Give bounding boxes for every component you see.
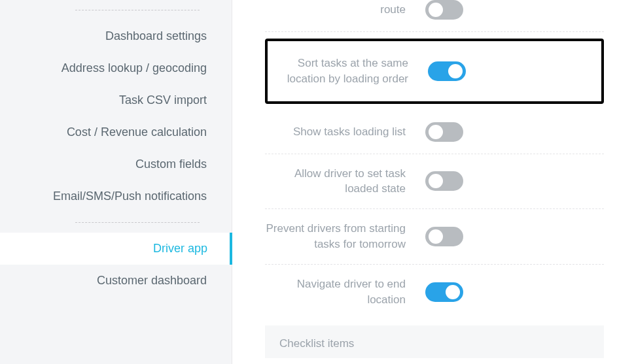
sidebar-item-label: Driver app bbox=[153, 242, 207, 255]
sidebar-item-driver-app[interactable]: Driver app bbox=[0, 233, 232, 265]
settings-main: route Sort tasks at the same location by… bbox=[232, 0, 617, 364]
settings-sidebar: Dashboard settings Address lookup / geoc… bbox=[0, 0, 232, 364]
setting-reorder-route: route bbox=[265, 0, 604, 32]
toggle-prevent-tomorrow[interactable] bbox=[425, 227, 463, 246]
toggle-sort-tasks-loading-order[interactable] bbox=[428, 61, 466, 81]
sidebar-item-label: Dashboard settings bbox=[105, 29, 207, 42]
toggle-knob bbox=[429, 174, 443, 188]
toggle-knob bbox=[429, 125, 443, 139]
sidebar-item-notifications[interactable]: Email/SMS/Push notifications bbox=[0, 180, 232, 212]
highlighted-setting-box: Sort tasks at the same location by loadi… bbox=[265, 39, 604, 104]
toggle-knob bbox=[429, 3, 443, 17]
sidebar-divider bbox=[75, 10, 200, 10]
setting-label: Navigate driver to end location bbox=[265, 276, 406, 308]
sidebar-divider bbox=[75, 222, 200, 223]
sidebar-item-label: Cost / Revenue calculation bbox=[67, 125, 207, 139]
sidebar-item-custom-fields[interactable]: Custom fields bbox=[0, 148, 232, 180]
toggle-show-loading-list[interactable] bbox=[425, 122, 463, 142]
setting-label: Sort tasks at the same location by loadi… bbox=[268, 56, 408, 87]
toggle-knob bbox=[448, 64, 463, 78]
toggle-knob bbox=[429, 229, 443, 244]
toggle-navigate-end[interactable] bbox=[425, 282, 463, 302]
sidebar-item-label: Custom fields bbox=[135, 157, 207, 171]
setting-label: Show tasks loading list bbox=[265, 124, 406, 140]
toggle-knob bbox=[446, 285, 460, 299]
toggle-allow-set-loaded-state[interactable] bbox=[425, 171, 463, 191]
setting-show-loading-list: Show tasks loading list bbox=[265, 110, 604, 154]
sidebar-item-dashboard-settings[interactable]: Dashboard settings bbox=[0, 20, 232, 52]
sidebar-item-label: Email/SMS/Push notifications bbox=[53, 190, 207, 203]
setting-prevent-tomorrow: Prevent drivers from starting tasks for … bbox=[265, 209, 604, 265]
setting-label: Allow driver to set task loaded state bbox=[265, 166, 406, 197]
setting-allow-set-loaded-state: Allow driver to set task loaded state bbox=[265, 154, 604, 210]
sidebar-item-customer-dashboard[interactable]: Customer dashboard bbox=[0, 265, 232, 297]
toggle-reorder-route[interactable] bbox=[425, 0, 463, 20]
setting-label: Prevent drivers from starting tasks for … bbox=[265, 221, 406, 252]
setting-label: route bbox=[265, 2, 406, 18]
sidebar-item-label: Customer dashboard bbox=[97, 274, 207, 287]
setting-navigate-end: Navigate driver to end location bbox=[265, 265, 604, 320]
sidebar-item-cost-revenue[interactable]: Cost / Revenue calculation bbox=[0, 116, 232, 148]
sidebar-item-task-csv-import[interactable]: Task CSV import bbox=[0, 84, 232, 116]
section-checklist-items: Checklist items bbox=[265, 325, 604, 358]
sidebar-item-label: Address lookup / geocoding bbox=[62, 61, 207, 74]
sidebar-item-label: Task CSV import bbox=[119, 93, 207, 107]
setting-sort-tasks-loading-order: Sort tasks at the same location by loadi… bbox=[268, 52, 593, 91]
sidebar-item-address-lookup[interactable]: Address lookup / geocoding bbox=[0, 52, 232, 84]
